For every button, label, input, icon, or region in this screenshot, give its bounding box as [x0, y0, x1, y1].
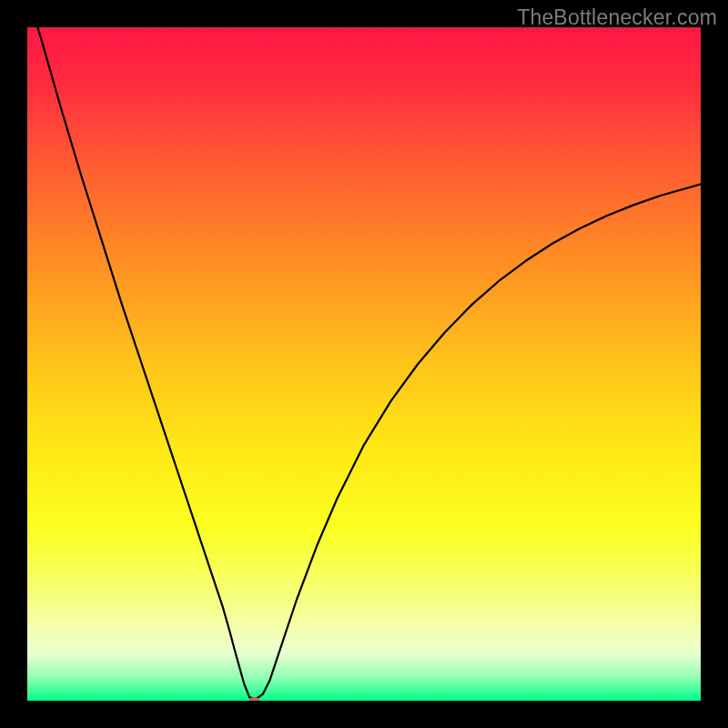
chart-frame: TheBottlenecker.com [0, 0, 728, 728]
plot-area [27, 27, 701, 701]
gradient-background [27, 27, 701, 701]
chart-svg [27, 27, 701, 701]
watermark-text: TheBottlenecker.com [517, 5, 717, 30]
